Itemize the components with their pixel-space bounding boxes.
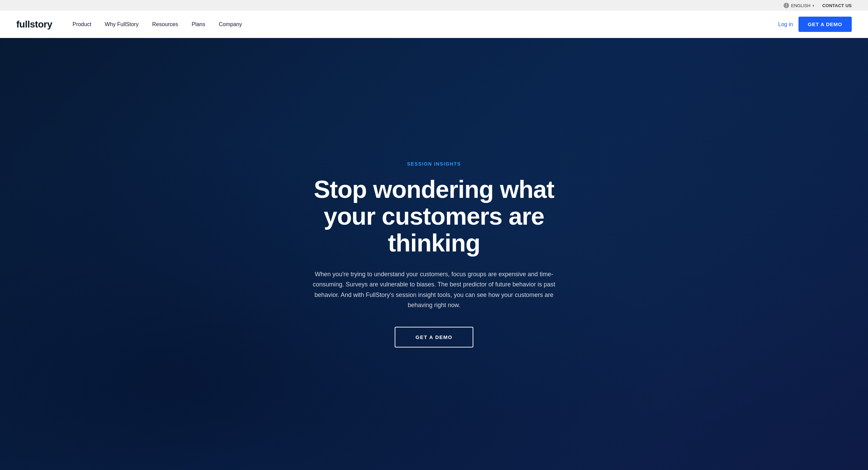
section-label: SESSION INSIGHTS (288, 161, 580, 167)
nav-links: Product Why FullStory Resources Plans Co… (73, 21, 778, 27)
nav-item-product[interactable]: Product (73, 21, 91, 27)
globe-icon (784, 3, 789, 8)
hero-description: When you're trying to understand your cu… (302, 269, 566, 311)
hero-title: Stop wondering what your customers are t… (288, 176, 580, 257)
language-label: ENGLISH (791, 3, 810, 8)
nav-item-plans[interactable]: Plans (192, 21, 205, 27)
contact-us-link[interactable]: CONTACT US (822, 3, 852, 8)
get-demo-button-hero[interactable]: GET A DEMO (395, 327, 474, 347)
nav-item-resources[interactable]: Resources (152, 21, 178, 27)
login-button[interactable]: Log in (778, 21, 793, 27)
get-demo-button-nav[interactable]: GET A DEMO (798, 17, 852, 32)
language-selector[interactable]: ENGLISH ▾ (784, 3, 814, 8)
main-nav: fullstory Product Why FullStory Resource… (0, 11, 868, 38)
nav-item-company[interactable]: Company (219, 21, 242, 27)
nav-actions: Log in GET A DEMO (778, 17, 852, 32)
nav-item-why-fullstory[interactable]: Why FullStory (105, 21, 139, 27)
hero-section: SESSION INSIGHTS Stop wondering what you… (0, 38, 868, 470)
hero-content: SESSION INSIGHTS Stop wondering what you… (288, 161, 580, 347)
utility-bar: ENGLISH ▾ CONTACT US (0, 0, 868, 11)
logo[interactable]: fullstory (16, 19, 52, 30)
chevron-down-icon: ▾ (812, 4, 814, 7)
